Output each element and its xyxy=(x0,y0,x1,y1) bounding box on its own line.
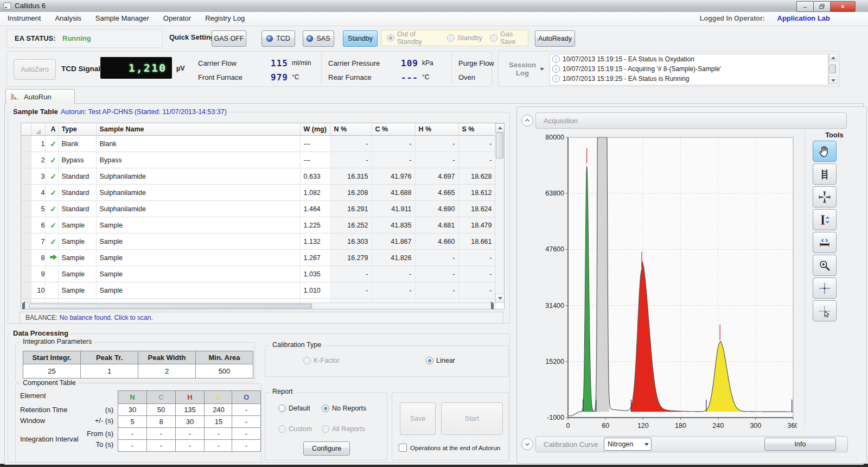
column-header-type[interactable]: Type xyxy=(58,123,96,136)
table-horizontal-scrollbar[interactable] xyxy=(21,302,495,309)
standby-option-radio[interactable]: Out of Standby xyxy=(387,30,439,46)
component-value[interactable]: - xyxy=(147,440,176,452)
table-row[interactable]: 6✓SampleSample1.22516.25241.8354.68118.4… xyxy=(21,217,495,234)
balance-bar[interactable]: BALANCE: No balance found. Click to scan… xyxy=(20,312,503,324)
info-button[interactable]: Info xyxy=(764,438,836,451)
menu-item-analysis[interactable]: Analysis xyxy=(48,12,88,24)
close-button[interactable]: × xyxy=(830,1,856,12)
fit-axes-tool[interactable] xyxy=(813,186,837,207)
component-value[interactable]: - xyxy=(205,440,233,452)
component-value[interactable]: - xyxy=(232,416,261,428)
component-value[interactable]: - xyxy=(205,428,233,440)
report-radio[interactable]: Custom xyxy=(278,425,312,433)
save-button[interactable]: Save xyxy=(400,402,436,435)
component-value[interactable]: - xyxy=(176,440,205,452)
column-header-n[interactable]: N % xyxy=(330,123,372,136)
scroll-left-icon[interactable] xyxy=(22,304,25,310)
table-row[interactable]: 3✓StandardSulphanilamide0.63316.31541.97… xyxy=(21,168,495,185)
integration-value[interactable]: 1 xyxy=(81,364,138,378)
acquisition-chart[interactable]: 8000063800476003140015200-10000601201802… xyxy=(539,132,797,434)
component-value[interactable]: - xyxy=(147,428,176,440)
column-header-samplename[interactable]: Sample Name xyxy=(96,123,300,136)
zoom-y-tool[interactable] xyxy=(813,209,837,230)
integration-value[interactable]: 500 xyxy=(196,364,253,378)
component-value[interactable]: 240 xyxy=(205,404,233,416)
row-selector[interactable] xyxy=(21,217,31,234)
column-header-a[interactable]: A xyxy=(45,123,58,136)
component-value[interactable]: 8 xyxy=(147,416,176,428)
component-value[interactable]: 135 xyxy=(176,404,205,416)
start-button[interactable]: Start xyxy=(441,402,503,435)
table-row[interactable]: 10SampleSample1.010---- xyxy=(21,282,495,299)
gas-off-button[interactable]: GAS OFF xyxy=(212,30,246,47)
table-row[interactable]: 9SampleSample1.035---- xyxy=(21,266,495,282)
zoom-in-tool[interactable] xyxy=(813,255,837,276)
report-radio[interactable]: All Reports xyxy=(322,425,365,433)
scroll-right-icon[interactable] xyxy=(491,304,494,310)
column-header-c[interactable]: C % xyxy=(372,123,415,136)
component-value[interactable]: - xyxy=(176,428,205,440)
component-value[interactable]: - xyxy=(232,440,261,452)
standby-button[interactable]: Standby xyxy=(343,30,378,47)
row-selector[interactable] xyxy=(21,168,31,185)
cursor-free-tool[interactable] xyxy=(813,300,837,321)
component-value[interactable]: 50 xyxy=(147,404,176,416)
component-value[interactable]: - xyxy=(118,428,147,440)
session-log-scrollbar[interactable] xyxy=(828,54,837,84)
zoom-x-tool[interactable] xyxy=(813,232,837,253)
component-value[interactable]: 15 xyxy=(205,416,233,428)
pan-hand-tool[interactable] xyxy=(813,141,837,162)
component-value[interactable]: - xyxy=(232,428,261,440)
collapse-down-button[interactable] xyxy=(521,438,533,450)
menu-item-registry-log[interactable]: Registry Log xyxy=(199,12,252,24)
table-row[interactable]: 7✓SampleSample1.13216.30341.8674.66018.6… xyxy=(21,234,495,250)
restore-button[interactable] xyxy=(813,1,831,12)
component-value[interactable]: - xyxy=(118,440,147,452)
scale-ladder-tool[interactable] xyxy=(813,163,837,185)
acquisition-header[interactable]: Acquisition xyxy=(535,112,847,129)
component-value[interactable]: 5 xyxy=(118,416,147,428)
integration-value[interactable]: 25 xyxy=(23,364,81,378)
tab-autorun[interactable]: AutoRun xyxy=(5,89,75,104)
component-value[interactable]: 30 xyxy=(118,404,147,416)
row-selector[interactable] xyxy=(21,234,31,250)
configure-button[interactable]: Configure xyxy=(303,441,350,456)
autoready-button[interactable]: AutoReady xyxy=(535,30,575,47)
end-operations-checkbox[interactable]: Operations at the end of Autorun xyxy=(399,444,500,452)
menu-item-sample-manager[interactable]: Sample Manager xyxy=(89,12,157,24)
standby-option-radio[interactable]: Gas Save xyxy=(490,30,528,46)
row-selector[interactable] xyxy=(21,152,31,168)
table-row[interactable]: 8SampleSample1.26716.27941.826-- xyxy=(21,250,495,266)
column-header-h[interactable]: H % xyxy=(415,123,458,136)
collapse-up-button[interactable] xyxy=(521,115,533,127)
column-header-s[interactable]: S % xyxy=(458,123,495,136)
row-selector[interactable] xyxy=(21,185,31,201)
column-header-wmg[interactable]: W (mg) xyxy=(300,123,330,136)
row-selector[interactable] xyxy=(21,282,31,299)
table-row[interactable]: 4✓StandardSulphanilamide1.08216.20841.68… xyxy=(21,185,495,201)
minimize-button[interactable]: – xyxy=(796,1,814,12)
cursor-crosshair-tool[interactable] xyxy=(813,277,837,299)
tcd-button[interactable]: TCD xyxy=(261,30,295,47)
row-selector[interactable] xyxy=(21,136,31,152)
sas-button[interactable]: SAS xyxy=(303,30,334,47)
report-radio[interactable]: No Reports xyxy=(322,405,366,412)
table-select-all[interactable] xyxy=(21,123,31,136)
session-log-list[interactable]: i10/07/2013 15:19:15 - EA Status is Oxyd… xyxy=(550,54,828,85)
menu-item-operator[interactable]: Operator xyxy=(157,12,199,24)
calibration-type-radio[interactable]: K-Factor xyxy=(303,357,340,364)
session-log-dropdown[interactable]: Session Log xyxy=(503,55,550,83)
row-selector[interactable] xyxy=(21,201,31,217)
table-row[interactable]: 5✓StandardSulphanilamide1.46416.29141.91… xyxy=(21,201,495,217)
integration-value[interactable]: 2 xyxy=(138,364,196,378)
row-selector[interactable] xyxy=(21,266,31,282)
table-vertical-scrollbar[interactable] xyxy=(495,123,504,303)
component-value[interactable]: 30 xyxy=(176,416,205,428)
calibration-type-radio[interactable]: Linear xyxy=(426,357,455,364)
calibration-element-select[interactable]: Nitrogen xyxy=(604,438,652,451)
row-selector[interactable] xyxy=(21,250,31,266)
table-row[interactable]: 2✓BypassBypass------- xyxy=(21,152,495,168)
table-row[interactable]: 1✓BlankBlank------- xyxy=(21,136,495,152)
autozero-button[interactable]: AutoZero xyxy=(14,59,56,80)
component-value[interactable]: - xyxy=(232,404,261,416)
